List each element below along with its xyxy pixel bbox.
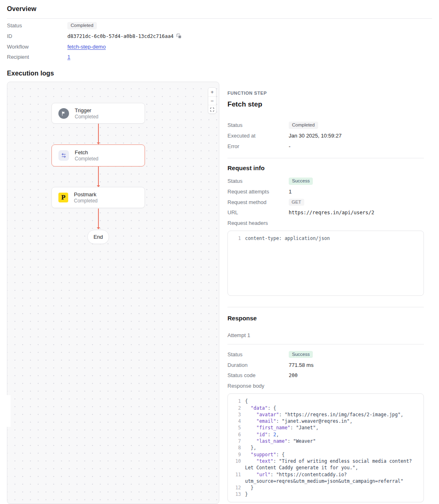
attempt-label: Attempt 1 xyxy=(227,332,424,339)
edge-fetch-postmark xyxy=(98,167,99,185)
node-fetch[interactable]: Fetch Completed xyxy=(51,144,145,167)
response-rows: Status Success Duration 771.58 ms Status… xyxy=(227,349,424,391)
response-body-label: Response body xyxy=(227,383,289,389)
overview-status-row: Status Completed xyxy=(7,20,432,31)
zoom-in-button[interactable]: + xyxy=(208,88,216,96)
error-value: - xyxy=(289,143,290,149)
edge-trigger-fetch xyxy=(98,124,99,142)
node-postmark[interactable]: P Postmark Completed xyxy=(51,187,145,208)
copy-id-button[interactable] xyxy=(176,33,182,39)
request-status-badge: Success xyxy=(289,178,313,185)
response-status-label: Status xyxy=(227,351,289,357)
overview-id-row: ID d83721dc-6c0b-57d4-a0b8-13cd2c716aa4 xyxy=(7,31,432,42)
execution-logs-title: Execution logs xyxy=(7,70,54,77)
node-status: Completed xyxy=(74,198,98,204)
request-headers-code: 1content-type: application/json xyxy=(227,231,424,296)
executed-at-label: Executed at xyxy=(227,133,289,139)
edge-postmark-end xyxy=(98,209,99,227)
id-label: ID xyxy=(7,33,67,39)
divider xyxy=(227,344,424,344)
status-code-value: 200 xyxy=(289,373,298,378)
copy-icon xyxy=(176,33,182,39)
response-title: Response xyxy=(227,315,424,322)
step-title: Fetch step xyxy=(227,100,424,109)
divider xyxy=(227,307,424,307)
step-type-kicker: FUNCTION STEP xyxy=(227,91,424,95)
node-status: Completed xyxy=(75,156,98,162)
workflow-canvas[interactable]: Trigger Completed Fetch Completed P Post… xyxy=(7,82,219,504)
canvas-notch xyxy=(7,395,11,427)
request-status-label: Status xyxy=(227,178,289,184)
status-label: Status xyxy=(227,122,289,128)
workflow-label: Workflow xyxy=(7,44,67,50)
step-detail-panel: FUNCTION STEP Fetch step Status Complete… xyxy=(227,82,424,502)
transaction-id: d83721dc-6c0b-57d4-a0b8-13cd2c716aa4 xyxy=(67,33,174,39)
workflow-link[interactable]: fetch-step-demo xyxy=(67,44,106,50)
request-attempts-value: 1 xyxy=(289,189,292,195)
request-headers-label: Request headers xyxy=(227,220,289,226)
request-method-label: Request method xyxy=(227,199,289,205)
request-info-title: Request info xyxy=(227,164,424,171)
flag-icon xyxy=(58,108,69,119)
divider xyxy=(227,158,424,158)
recipient-label: Recipient xyxy=(7,54,67,60)
node-title: Postmark xyxy=(74,191,98,198)
overview-rows: Status Completed ID d83721dc-6c0b-57d4-a… xyxy=(7,20,432,62)
node-end[interactable]: End xyxy=(87,230,109,244)
fit-view-button[interactable] xyxy=(208,105,216,113)
postmark-icon: P xyxy=(58,193,68,202)
execution-detail-page: Overview Status Completed ID d83721dc-6c… xyxy=(0,0,439,504)
node-trigger[interactable]: Trigger Completed xyxy=(51,103,145,124)
response-body-code: 1{2 "data": {3 "avatar": "https://reqres… xyxy=(227,393,424,502)
step-meta: Status Completed Executed at Jan 30 2025… xyxy=(227,120,424,151)
duration-label: Duration xyxy=(227,362,289,368)
step-status-badge: Completed xyxy=(289,122,318,129)
executed-at-value: Jan 30 2025, 10:59:27 xyxy=(289,133,341,139)
request-info-rows: Status Success Request attempts 1 Reques… xyxy=(227,176,424,228)
request-url-label: URL xyxy=(227,209,289,215)
response-status-badge: Success xyxy=(289,351,313,358)
status-badge: Completed xyxy=(67,22,97,29)
node-title: End xyxy=(94,234,103,240)
node-status: Completed xyxy=(75,114,98,120)
minus-icon: − xyxy=(211,98,214,104)
request-url-value: https://reqres.in/api/users/2 xyxy=(289,210,374,215)
overview-recipient-row: Recipient 1 xyxy=(7,52,432,62)
swap-arrows-icon xyxy=(58,150,69,161)
plus-icon: + xyxy=(211,89,214,95)
status-label: Status xyxy=(7,22,67,29)
node-title: Fetch xyxy=(75,149,98,156)
fit-view-icon xyxy=(210,107,214,112)
zoom-out-button[interactable]: − xyxy=(208,96,216,105)
status-code-label: Status code xyxy=(227,372,289,378)
node-title: Trigger xyxy=(75,107,98,114)
overview-title: Overview xyxy=(7,5,36,13)
error-label: Error xyxy=(227,143,289,149)
request-method-badge: GET xyxy=(289,199,304,206)
duration-value: 771.58 ms xyxy=(289,362,314,368)
recipient-link[interactable]: 1 xyxy=(67,54,70,60)
overview-workflow-row: Workflow fetch-step-demo xyxy=(7,41,432,52)
canvas-controls: + − xyxy=(208,87,216,114)
request-attempts-label: Request attempts xyxy=(227,189,289,195)
overview-divider xyxy=(7,18,432,19)
